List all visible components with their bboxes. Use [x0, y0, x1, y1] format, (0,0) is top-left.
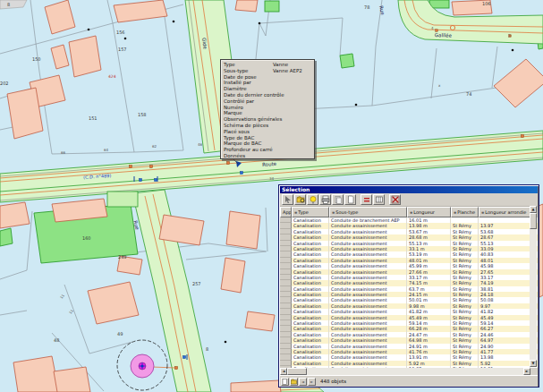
- horizontal-scroll-thumb[interactable]: [287, 368, 307, 375]
- tooltip-field-label: Type de BAC: [224, 135, 273, 141]
- tooltip-field-label: Contrôlé par: [224, 98, 273, 105]
- tooltip-field-label: Données: [224, 153, 273, 159]
- status-page-icon[interactable]: [281, 378, 289, 386]
- column-header-longueur[interactable]: ≡Longueur: [407, 207, 451, 217]
- sort-filter-icon: ≡: [454, 210, 456, 215]
- tooltip-field: Type de BAC: [224, 135, 314, 141]
- column-header-app[interactable]: App.: [280, 207, 292, 217]
- window-title: Sélection: [282, 186, 310, 192]
- tooltip-field: Marque: [224, 110, 314, 116]
- tooltip-field: Observations générales: [224, 116, 314, 123]
- tooltip-field: Installé par: [224, 80, 314, 86]
- tooltip-field-label: Type: [224, 62, 273, 68]
- window-statusbar: ◄ ► 448 objets: [280, 375, 538, 387]
- filter-remove-icon[interactable]: [361, 194, 372, 205]
- find-folder-icon[interactable]: [294, 194, 306, 205]
- object-count: 448 objets: [320, 379, 346, 384]
- highlight-bulb-icon[interactable]: [307, 194, 318, 205]
- column-header-arrondie[interactable]: ≡Longueur arrondie: [479, 207, 530, 217]
- tooltip-field-label: Marque: [224, 110, 273, 116]
- tooltip-field-label: Date du dernier contrôle: [224, 92, 273, 98]
- printer-icon[interactable]: [319, 194, 331, 205]
- delete-red-icon[interactable]: [389, 194, 401, 205]
- column-header-type[interactable]: ≡Type: [292, 207, 329, 217]
- columns-icon[interactable]: [373, 194, 385, 205]
- tooltip-field: Placé sous: [224, 129, 314, 135]
- scroll-up-icon[interactable]: ▲: [530, 206, 537, 213]
- window-titlebar[interactable]: Sélection: [280, 186, 538, 193]
- sort-filter-icon: ≡: [332, 210, 335, 215]
- sort-filter-icon: ≡: [410, 210, 412, 215]
- copy-icon[interactable]: [332, 194, 344, 205]
- tooltip-field-label: Date de pose: [224, 74, 273, 81]
- tooltip-field-label: Sous-type: [224, 68, 273, 74]
- tooltip-field: Diamètre: [224, 86, 314, 92]
- tooltip-field: Sous-typeVanne AEP2: [224, 68, 314, 74]
- status-prev-icon[interactable]: ◄: [299, 378, 307, 386]
- vertical-scroll-thumb[interactable]: [530, 213, 537, 229]
- tooltip-field: Date du dernier contrôle: [224, 92, 314, 98]
- tooltip-field-value: Vanne: [273, 62, 288, 68]
- scroll-down-icon[interactable]: ▼: [530, 360, 537, 367]
- status-next-icon[interactable]: ►: [308, 378, 316, 386]
- tooltip-field-label: Observations générales: [224, 116, 273, 123]
- tooltip-field: Date de pose: [224, 74, 314, 81]
- window-toolbar: [280, 193, 538, 207]
- feature-info-tooltip: TypeVanneSous-typeVanne AEP2Date de pose…: [220, 59, 315, 159]
- scroll-right-icon[interactable]: ►: [523, 368, 530, 375]
- column-header-planche[interactable]: ≡Planche: [451, 207, 479, 217]
- tooltip-field-label: Placé sous: [224, 129, 273, 135]
- page-icon[interactable]: [344, 194, 356, 205]
- scroll-left-icon[interactable]: ◄: [280, 368, 287, 375]
- tooltip-field-label: Marque de BAC: [224, 141, 273, 147]
- tooltip-field: Numéro: [224, 105, 314, 111]
- tooltip-field: Données: [224, 153, 314, 159]
- sort-filter-icon: ≡: [294, 210, 297, 215]
- tooltip-field: TypeVanne: [224, 62, 314, 68]
- column-header-soustype[interactable]: ≡Sous-type: [329, 207, 407, 217]
- tooltip-field: Contrôlé par: [224, 98, 314, 105]
- selection-table[interactable]: CanalisationConduite de branchement AEP1…: [280, 217, 538, 368]
- tooltip-field: Schéma de pièces: [224, 123, 314, 129]
- sort-filter-icon: ≡: [481, 210, 484, 215]
- vertical-scrollbar[interactable]: ▲ ▼: [530, 206, 537, 367]
- table-header-row: App.≡Type≡Sous-type≡Longueur≡Planche≡Lon…: [280, 207, 538, 217]
- horizontal-scrollbar[interactable]: ◄ ►: [280, 368, 530, 375]
- tooltip-field-label: Numéro: [224, 105, 273, 111]
- status-folder-icon[interactable]: [290, 378, 298, 386]
- tooltip-field-label: Installé par: [224, 80, 273, 86]
- tooltip-field: Profondeur au carré: [224, 147, 314, 153]
- tooltip-field-label: Schéma de pièces: [224, 123, 273, 129]
- gis-application: 81502021561574241511587810674x1602572494…: [0, 0, 543, 392]
- tooltip-field-value: Vanne AEP2: [273, 68, 302, 74]
- tooltip-field-label: Diamètre: [224, 86, 273, 92]
- tooltip-field: Marque de BAC: [224, 141, 314, 147]
- tooltip-field-label: Profondeur au carré: [224, 147, 273, 153]
- pointer-icon[interactable]: [282, 194, 293, 205]
- selection-window[interactable]: Sélection: [278, 184, 539, 388]
